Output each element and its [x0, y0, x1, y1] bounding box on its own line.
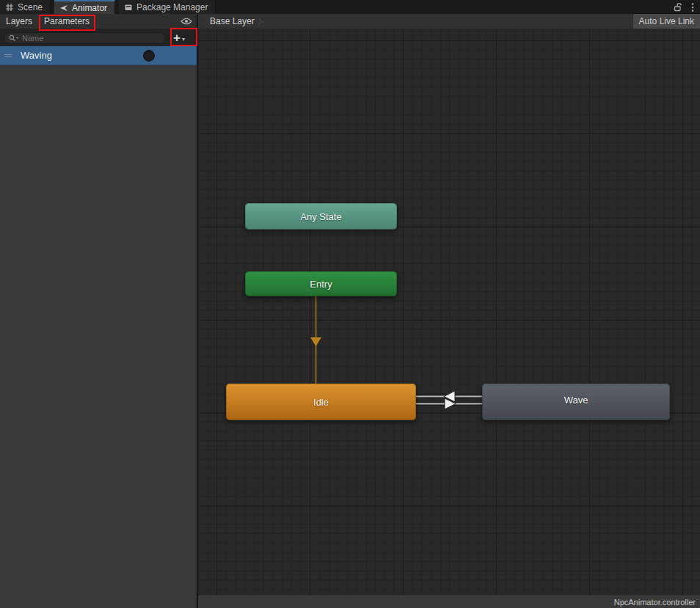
parameter-row-waving[interactable]: Waving — [0, 46, 197, 65]
state-node-entry[interactable]: Entry — [245, 271, 397, 296]
breadcrumb-label: Base Layer — [210, 16, 255, 26]
eye-icon[interactable] — [181, 18, 192, 25]
package-manager-icon — [124, 3, 133, 12]
controller-path-label: NpcAnimator.controller — [614, 598, 696, 607]
state-node-label: Entry — [310, 279, 332, 290]
controller-status-bar: NpcAnimator.controller — [198, 595, 700, 608]
scene-grid-icon — [5, 3, 14, 12]
window-controls — [673, 0, 700, 14]
state-machine-graph: Base Layer Auto Live Link — [198, 14, 700, 608]
breadcrumb-chevron-icon — [255, 18, 262, 25]
layers-tab[interactable]: Layers — [0, 14, 38, 29]
annotation-parameters-highlight — [39, 15, 95, 31]
panel-tab-bar: Layers Parameters — [0, 14, 197, 29]
parameter-search-row: + ▾ — [0, 29, 197, 46]
transition-entry-to-idle[interactable] — [310, 296, 321, 384]
state-node-wave[interactable]: Wave — [482, 384, 670, 420]
state-node-any-state[interactable]: Any State — [245, 203, 397, 230]
kebab-menu-icon[interactable] — [691, 2, 694, 12]
auto-live-link-button[interactable]: Auto Live Link — [632, 14, 700, 29]
search-field[interactable] — [4, 32, 166, 44]
transition-idle-to-wave[interactable] — [416, 398, 482, 409]
graph-canvas[interactable]: Any State Entry Idle Wave NpcAnimator.co… — [198, 29, 700, 608]
state-node-label: Idle — [313, 397, 329, 408]
tab-animator[interactable]: Animator — [54, 0, 115, 14]
unity-animator-window: Scene Animator Package Manager — [0, 0, 700, 608]
tab-package-manager-label: Package Manager — [136, 2, 208, 12]
unlock-icon[interactable] — [673, 2, 682, 12]
state-node-idle[interactable]: Idle — [226, 384, 416, 420]
tab-animator-label: Animator — [72, 3, 107, 13]
animator-icon — [59, 4, 68, 12]
transitions-layer — [198, 29, 700, 608]
parameters-panel: Layers Parameters + ▾ Waving — [0, 14, 197, 608]
annotation-add-button-highlight — [170, 28, 197, 46]
breadcrumb[interactable]: Base Layer — [198, 14, 269, 29]
search-input[interactable] — [22, 34, 161, 43]
tab-scene[interactable]: Scene — [0, 0, 51, 14]
graph-header: Base Layer Auto Live Link — [198, 14, 700, 29]
trigger-radio-button[interactable] — [143, 50, 155, 62]
tab-package-manager[interactable]: Package Manager — [119, 0, 216, 14]
tab-scene-label: Scene — [18, 2, 43, 12]
state-node-label: Wave — [564, 395, 588, 406]
drag-handle-icon[interactable] — [4, 54, 12, 57]
search-icon — [9, 34, 19, 42]
parameter-name: Waving — [21, 50, 52, 61]
state-node-label: Any State — [300, 211, 341, 222]
window-tab-bar: Scene Animator Package Manager — [0, 0, 700, 14]
